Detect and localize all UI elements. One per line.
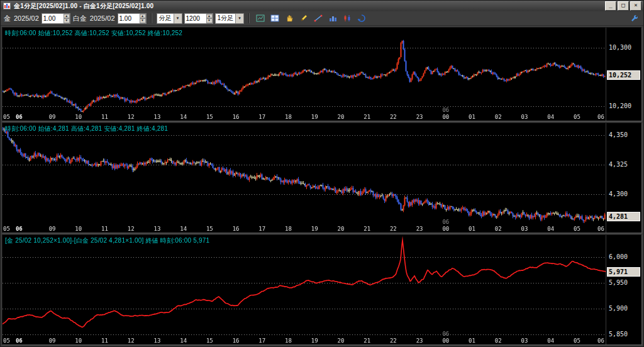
gold-label: 金 xyxy=(4,14,11,23)
trendline-tool-button[interactable] xyxy=(312,13,325,24)
pencil-icon xyxy=(299,14,308,23)
y-axis-label: 5,850 xyxy=(609,331,628,338)
platinum-multiplier-down-icon[interactable]: ▼ xyxy=(140,18,146,23)
gold-contract-label: 2025/02 xyxy=(14,14,39,22)
platinum-multiplier-input[interactable] xyxy=(118,14,140,23)
bar-chart-icon xyxy=(328,14,337,23)
period-type-dropdown[interactable]: 分足 ▼ xyxy=(157,13,182,24)
chart-window-button[interactable] xyxy=(254,13,267,24)
refresh-icon xyxy=(357,14,366,23)
bar-chart-button[interactable] xyxy=(326,13,339,24)
app-window: 金1分足[2025/02]1.00 - 白金1分足[2025/02]1.00 _… xyxy=(0,0,644,347)
period-value: 1分足 xyxy=(218,14,234,23)
current-price-box: 5,971 xyxy=(607,267,640,277)
y-axis-label: 5,900 xyxy=(609,305,628,312)
y-axis-label: 5,950 xyxy=(609,279,628,286)
maximize-button[interactable]: □ xyxy=(618,1,629,11)
toolbar: 金 2025/02 ▲ ▼ 白金 2025/02 ▲ ▼ 分足 ▼ ▲ xyxy=(1,11,643,26)
spread-canvas[interactable] xyxy=(3,235,606,344)
y-axis-label: 4,350 xyxy=(609,131,628,138)
window-title: 金1分足[2025/02]1.00 - 白金1分足[2025/02]1.00 xyxy=(14,2,604,11)
trendline-icon xyxy=(314,14,323,23)
charts-container: 時刻:06:00 始値:10,252 高値:10,252 安値:10,252 終… xyxy=(1,26,643,346)
gold-multiplier-stepper: ▲ ▼ xyxy=(42,13,70,24)
bar-count-input[interactable] xyxy=(185,14,206,23)
chart-panel-spread: [金 25/02 10,252×1.00]-[白金 25/02 4,281×1.… xyxy=(2,234,642,345)
platinum-multiplier-stepper: ▲ ▼ xyxy=(118,13,147,24)
platinum-canvas[interactable] xyxy=(3,123,606,233)
candle-indicator-icon xyxy=(343,14,352,23)
period-type-dropdown-arrow-icon[interactable]: ▼ xyxy=(174,14,182,23)
current-price-box: 4,281 xyxy=(607,212,640,221)
gold-price-axis: 10,30010,20010,252 xyxy=(606,28,641,121)
platinum-label: 白金 xyxy=(73,14,87,23)
pencil-tool-button[interactable] xyxy=(297,13,310,24)
spread-price-axis: 6,0005,9505,9005,8505,971 xyxy=(606,235,641,344)
platinum-contract-label: 2025/02 xyxy=(90,14,115,22)
bar-count-up-icon[interactable]: ▲ xyxy=(206,14,213,19)
chart-window-icon xyxy=(256,14,265,23)
chart-panel-gold: 時刻:06:00 始値:10,252 高値:10,252 安値:10,252 終… xyxy=(2,27,642,121)
gold-multiplier-down-icon[interactable]: ▼ xyxy=(64,18,70,23)
hand-tool-button[interactable] xyxy=(283,13,296,24)
bar-count-down-icon[interactable]: ▼ xyxy=(206,18,213,23)
period-dropdown[interactable]: 1分足 ▼ xyxy=(215,13,245,24)
refresh-button[interactable] xyxy=(355,13,368,24)
chart-panel-platinum: 時刻:06:00 始値:4,281 高値:4,281 安値:4,281 終値:4… xyxy=(2,123,642,233)
platinum-info-text: 時刻:06:00 始値:4,281 高値:4,281 安値:4,281 終値:4… xyxy=(5,124,168,133)
spread-plot[interactable]: [金 25/02 10,252×1.00]-[白金 25/02 4,281×1.… xyxy=(3,235,606,344)
spread-info-text: [金 25/02 10,252×1.00]-[白金 25/02 4,281×1.… xyxy=(5,236,209,245)
platinum-plot[interactable]: 時刻:06:00 始値:4,281 高値:4,281 安値:4,281 終値:4… xyxy=(3,123,606,233)
y-axis-label: 10,200 xyxy=(609,102,631,109)
y-axis-label: 4,325 xyxy=(609,161,628,168)
settings-wrench-button[interactable] xyxy=(628,13,641,24)
close-button[interactable]: × xyxy=(630,1,641,11)
candle-indicator-button[interactable] xyxy=(341,13,353,24)
y-axis-label: 4,300 xyxy=(609,190,628,197)
gold-multiplier-input[interactable] xyxy=(42,14,64,23)
platinum-multiplier-up-icon[interactable]: ▲ xyxy=(140,14,146,19)
bar-count-stepper: ▲ ▼ xyxy=(184,13,213,24)
gold-multiplier-up-icon[interactable]: ▲ xyxy=(64,14,70,19)
crosshair-icon xyxy=(270,14,279,23)
title-bar[interactable]: 金1分足[2025/02]1.00 - 白金1分足[2025/02]1.00 _… xyxy=(1,1,643,11)
gold-plot[interactable]: 時刻:06:00 始値:10,252 高値:10,252 安値:10,252 終… xyxy=(3,28,606,121)
minimize-button[interactable]: _ xyxy=(605,1,616,11)
hand-icon xyxy=(285,14,294,23)
period-dropdown-arrow-icon[interactable]: ▼ xyxy=(235,14,243,23)
y-axis-label: 10,300 xyxy=(609,44,631,51)
toolbar-separator xyxy=(248,13,250,23)
y-axis-label: 6,000 xyxy=(609,253,628,260)
gold-canvas[interactable] xyxy=(3,28,606,121)
app-chart-icon xyxy=(3,3,11,10)
crosshair-button[interactable] xyxy=(269,13,281,24)
gold-info-text: 時刻:06:00 始値:10,252 高値:10,252 安値:10,252 終… xyxy=(5,29,182,38)
current-price-box: 10,252 xyxy=(607,70,640,80)
wrench-icon xyxy=(630,14,639,23)
platinum-price-axis: 4,3504,3254,3004,281 xyxy=(606,123,641,233)
period-type-value: 分足 xyxy=(159,14,172,23)
toolbar-separator xyxy=(151,13,152,23)
